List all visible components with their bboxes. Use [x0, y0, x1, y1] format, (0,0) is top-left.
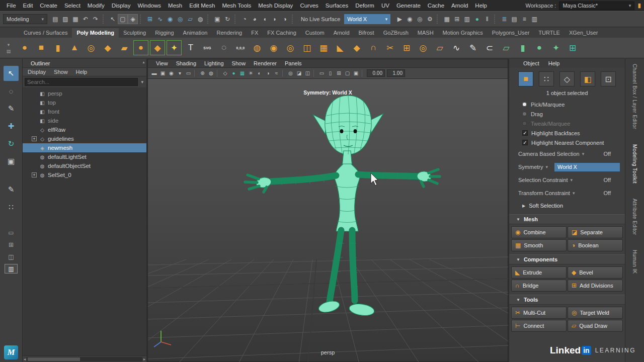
- smooth-shade-icon[interactable]: ●: [229, 69, 238, 77]
- toolkit-dropdown-row[interactable]: Transform Constraint ▾ Off: [509, 187, 625, 200]
- tools-section-header[interactable]: ▼ Tools: [509, 295, 625, 305]
- wireframe-icon[interactable]: ◇: [221, 69, 229, 77]
- viewport-menu-item[interactable]: Show: [228, 60, 250, 66]
- single-pane-layout[interactable]: ▭: [5, 228, 18, 237]
- two-pane-layout[interactable]: ◫: [5, 252, 18, 261]
- menu-item[interactable]: Select: [61, 3, 84, 9]
- shelf-tab[interactable]: MASH: [413, 28, 438, 38]
- toolkit-button[interactable]: ◆ Bevel: [568, 266, 623, 279]
- image-plane-icon[interactable]: ▭: [184, 69, 193, 77]
- expander-icon[interactable]: +: [32, 172, 37, 177]
- safe-title-icon[interactable]: ▣: [352, 69, 360, 77]
- rotate-tool[interactable]: ↻: [4, 136, 19, 151]
- shelf-tab[interactable]: Motion Graphics: [438, 28, 488, 38]
- divider[interactable]: [282, 70, 285, 77]
- snap-curve-icon[interactable]: ∿: [155, 14, 165, 24]
- toolkit-menu-item[interactable]: Help: [548, 60, 560, 66]
- vertex-mode-icon[interactable]: ∷: [539, 71, 554, 86]
- shelf-tab[interactable]: Rigging: [150, 28, 178, 38]
- outliner-horizontal-scrollbar[interactable]: ◂ ▸: [23, 355, 146, 362]
- ipr-render-icon[interactable]: ◎: [415, 14, 425, 24]
- scrollbar-thumb[interactable]: [28, 357, 79, 361]
- edge-mode-icon[interactable]: ◇: [559, 71, 575, 86]
- poly-cylinder-icon[interactable]: ▮: [50, 40, 65, 55]
- xray-icon[interactable]: ◪: [295, 69, 303, 77]
- gamma-field[interactable]: 1.00: [387, 69, 405, 77]
- poly-sphere-icon[interactable]: ●: [17, 40, 32, 55]
- texture-toggle-icon[interactable]: ▦: [442, 14, 452, 24]
- radio-option[interactable]: Pick/Marquee: [509, 100, 625, 109]
- poly-platonic-icon[interactable]: ◆: [150, 40, 165, 55]
- divider[interactable]: [313, 70, 316, 77]
- dropdown-value[interactable]: World X: [554, 163, 620, 171]
- shelf-tab[interactable]: TURTLE: [534, 28, 565, 38]
- soft-selection-section[interactable]: ▶ Soft Selection: [509, 200, 625, 212]
- resolution-toggle-icon[interactable]: ▥: [462, 14, 472, 24]
- toolkit-button[interactable]: ∩ Bridge: [511, 280, 567, 292]
- toolkit-button[interactable]: ◉ Combine: [511, 226, 567, 238]
- divider[interactable]: [292, 15, 295, 24]
- menu-item[interactable]: Curves: [296, 3, 321, 9]
- outliner-item[interactable]: ◧ top: [23, 98, 146, 107]
- pencil-curve-icon[interactable]: ✎: [465, 40, 480, 55]
- toolkit-button[interactable]: ◣ Extrude: [511, 266, 567, 279]
- combine-shelf-icon[interactable]: ◉: [266, 40, 281, 55]
- shelf-tab[interactable]: Poly Modeling: [72, 28, 119, 38]
- toolkit-button[interactable]: ◑ Boolean: [568, 239, 623, 251]
- toolkit-button[interactable]: ⊢ Connect: [511, 320, 567, 332]
- uv-spherical-icon[interactable]: ●: [532, 40, 547, 55]
- lock-selection-icon[interactable]: ▣: [212, 14, 222, 24]
- uv-cylindrical-icon[interactable]: ▮: [515, 40, 530, 55]
- save-scene-icon[interactable]: ▦: [70, 14, 80, 24]
- toolkit-dropdown-row[interactable]: Camera Based Selection ▾ Off: [509, 147, 625, 160]
- shelf-editor-icon[interactable]: ▤: [7, 49, 11, 54]
- keyframe-icon[interactable]: ◖: [260, 14, 270, 24]
- smooth-mesh-icon[interactable]: ◍: [250, 40, 265, 55]
- playback-icon[interactable]: ◗: [270, 14, 280, 24]
- radio-option[interactable]: Drag: [509, 109, 625, 119]
- open-render-view-icon[interactable]: ▶: [394, 14, 405, 24]
- four-pane-layout[interactable]: ⊞: [5, 240, 18, 249]
- outliner-item[interactable]: + ◍ SelSet_0: [23, 170, 146, 179]
- target-weld-shelf-icon[interactable]: ◎: [416, 40, 431, 55]
- toolkit-button[interactable]: ◎ Target Weld: [568, 307, 623, 319]
- outliner-item[interactable]: ◇ elfRaw: [23, 125, 146, 134]
- pause-icon[interactable]: ‖: [482, 14, 492, 24]
- snap-point-icon[interactable]: ◉: [165, 14, 175, 24]
- workspace-bookmark-icon[interactable]: ▮: [637, 2, 641, 9]
- divider[interactable]: [140, 15, 143, 24]
- snap-grid-icon[interactable]: ⊞: [145, 14, 155, 24]
- poly-superellipse-icon[interactable]: ●: [133, 40, 148, 55]
- menu-item[interactable]: Help: [471, 3, 491, 9]
- outliner-menu-item[interactable]: Help: [76, 69, 88, 75]
- camera-select-icon[interactable]: ▬: [150, 69, 158, 77]
- textured-icon[interactable]: ▦: [238, 69, 247, 77]
- grid-toggle-icon[interactable]: ⊞: [452, 14, 462, 24]
- toolkit-button[interactable]: ▱ Quad Draw: [568, 320, 623, 332]
- toolkit-dropdown-row[interactable]: Symmetry ▾ World X: [509, 160, 625, 173]
- scroll-up-icon[interactable]: ▴: [142, 60, 144, 64]
- shelf-tab[interactable]: Rendering: [212, 28, 247, 38]
- marking-menu-tool-icon[interactable]: ✎: [4, 182, 19, 197]
- poly-cube-icon[interactable]: ■: [34, 40, 49, 55]
- shelf-tab[interactable]: XGen_User: [565, 28, 602, 38]
- open-scene-icon[interactable]: ▨: [60, 14, 70, 24]
- mirror-icon[interactable]: ◫: [299, 40, 314, 55]
- toolkit-button[interactable]: ▦ Smooth: [511, 239, 567, 251]
- shadows-icon[interactable]: ◐: [255, 69, 264, 77]
- outliner-item[interactable]: ◍ defaultObjectSet: [23, 161, 146, 170]
- select-component-icon[interactable]: ◈: [128, 14, 138, 24]
- ambient-occlusion-icon[interactable]: ◑: [264, 69, 272, 77]
- outliner-menu-item[interactable]: Show: [54, 69, 68, 75]
- menu-item[interactable]: Cache: [424, 3, 448, 9]
- render-settings-icon[interactable]: ⚙: [425, 14, 435, 24]
- gate-mask-icon[interactable]: ▯: [326, 69, 335, 77]
- shelf-tab[interactable]: Bifrost: [354, 28, 379, 38]
- paint-selection-tool[interactable]: ✎: [4, 101, 19, 116]
- components-section-header[interactable]: ▼ Components: [509, 254, 625, 264]
- shelf-tab[interactable]: Curves / Surfaces: [19, 28, 72, 38]
- select-object-icon[interactable]: ▢: [118, 14, 128, 24]
- poly-plane-icon[interactable]: ◆: [100, 40, 115, 55]
- uv-automatic-icon[interactable]: ✦: [548, 40, 564, 55]
- uv-editor-icon[interactable]: ⊞: [565, 40, 580, 55]
